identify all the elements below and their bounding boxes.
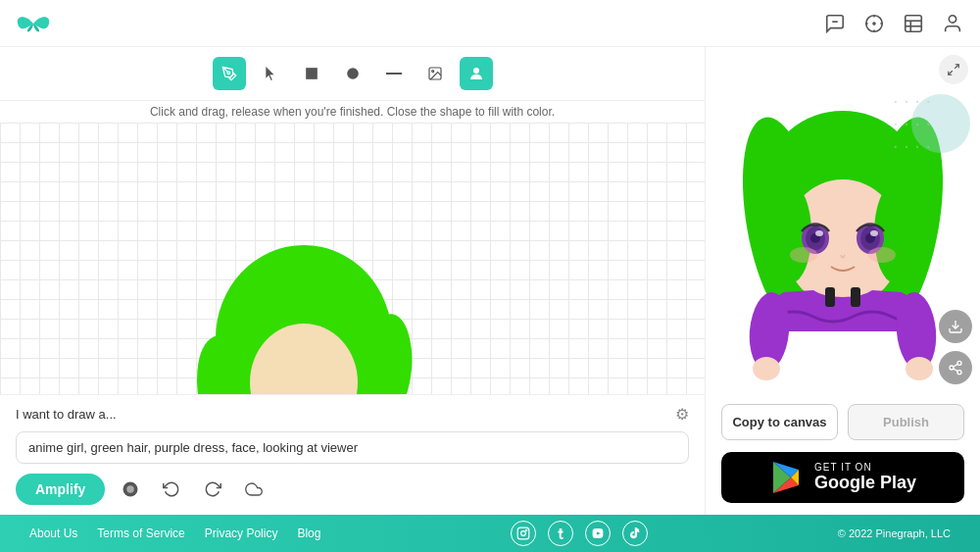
svg-line-30 — [955, 65, 958, 69]
footer: About Us Terms of Service Privacy Policy… — [0, 515, 980, 552]
google-play-text: GET IT ON Google Play — [814, 462, 916, 493]
user-icon[interactable] — [941, 12, 964, 35]
play-store-icon — [769, 460, 805, 495]
expand-preview-button[interactable] — [939, 55, 968, 84]
header — [0, 0, 980, 47]
svg-point-52 — [868, 247, 896, 263]
terms-link[interactable]: Terms of Service — [97, 527, 184, 540]
undo-button[interactable] — [156, 474, 187, 505]
canvas-area[interactable] — [0, 123, 705, 394]
preview-actions: Copy to canvas Publish — [706, 392, 980, 452]
svg-point-14 — [347, 68, 359, 79]
svg-point-29 — [127, 485, 135, 493]
image-tool-button[interactable] — [418, 57, 452, 90]
svg-point-18 — [473, 68, 479, 74]
svg-point-50 — [870, 230, 878, 236]
svg-rect-13 — [306, 68, 318, 79]
copy-to-canvas-button[interactable]: Copy to canvas — [721, 404, 838, 440]
menu-icon[interactable] — [902, 12, 925, 35]
youtube-icon[interactable] — [585, 521, 611, 546]
svg-rect-7 — [906, 15, 922, 31]
pen-tool-button[interactable] — [213, 57, 246, 90]
preview-header — [706, 47, 980, 84]
svg-point-51 — [790, 247, 817, 263]
svg-point-61 — [950, 366, 954, 370]
svg-point-58 — [906, 357, 933, 380]
canvas-hint: Click and drag, release when you're fini… — [0, 101, 705, 123]
svg-point-70 — [521, 531, 526, 536]
svg-rect-54 — [851, 287, 860, 307]
drawing-canvas[interactable] — [0, 123, 705, 394]
svg-point-60 — [957, 361, 961, 365]
svg-rect-53 — [825, 287, 835, 307]
amplify-button[interactable]: Amplify — [16, 474, 105, 505]
prompt-actions: Amplify — [16, 474, 689, 505]
svg-line-31 — [949, 71, 953, 75]
character-tool-button[interactable] — [460, 57, 493, 90]
svg-point-62 — [957, 371, 961, 375]
preview-image-area: · · · ·· · · ·· · · · — [706, 84, 980, 392]
instagram-icon[interactable] — [511, 521, 536, 546]
magic-icon-button[interactable] — [115, 474, 146, 505]
share-button[interactable] — [939, 351, 972, 384]
svg-line-64 — [954, 364, 958, 367]
download-button[interactable] — [939, 310, 972, 343]
svg-point-71 — [526, 529, 527, 530]
settings-icon[interactable]: ⚙ — [675, 405, 689, 424]
svg-line-63 — [954, 369, 958, 372]
prompt-label: I want to draw a... ⚙ — [16, 405, 689, 424]
svg-point-17 — [431, 71, 433, 73]
select-tool-button[interactable] — [254, 57, 287, 90]
main-content: Click and drag, release when you're fini… — [0, 47, 980, 515]
line-tool-button[interactable] — [377, 57, 411, 90]
svg-rect-69 — [517, 527, 529, 539]
publish-button[interactable]: Publish — [848, 404, 964, 440]
prompt-area: I want to draw a... ⚙ Amplify — [0, 394, 705, 515]
privacy-link[interactable]: Privacy Policy — [205, 527, 278, 540]
left-panel: Click and drag, release when you're fini… — [0, 47, 706, 515]
copyright: © 2022 Pinegraph, LLC — [838, 527, 951, 539]
rectangle-tool-button[interactable] — [295, 57, 328, 90]
svg-point-57 — [753, 357, 780, 380]
tiktok-icon[interactable] — [622, 521, 648, 546]
prompt-input[interactable] — [16, 431, 689, 464]
svg-point-2 — [873, 23, 875, 25]
google-play-badge[interactable]: GET IT ON Google Play — [721, 452, 964, 503]
cloud-button[interactable] — [238, 474, 270, 505]
google-play-area: GET IT ON Google Play — [706, 452, 980, 515]
svg-point-46 — [815, 230, 823, 236]
compass-icon[interactable] — [862, 12, 886, 35]
chat-icon[interactable] — [823, 12, 847, 35]
svg-point-12 — [227, 72, 230, 75]
footer-social — [511, 521, 648, 546]
drawing-toolbar — [0, 47, 705, 101]
circle-tool-button[interactable] — [336, 57, 369, 90]
tumblr-icon[interactable] — [548, 521, 573, 546]
logo — [16, 10, 51, 37]
preview-side-icons — [939, 310, 972, 384]
about-link[interactable]: About Us — [29, 527, 77, 540]
svg-point-11 — [949, 15, 956, 22]
blog-link[interactable]: Blog — [297, 527, 320, 540]
redo-button[interactable] — [197, 474, 228, 505]
deco-dots: · · · ·· · · ·· · · · — [893, 89, 931, 157]
footer-links: About Us Terms of Service Privacy Policy… — [29, 527, 320, 540]
header-icons — [823, 12, 964, 35]
right-panel: · · · ·· · · ·· · · · — [706, 47, 980, 515]
